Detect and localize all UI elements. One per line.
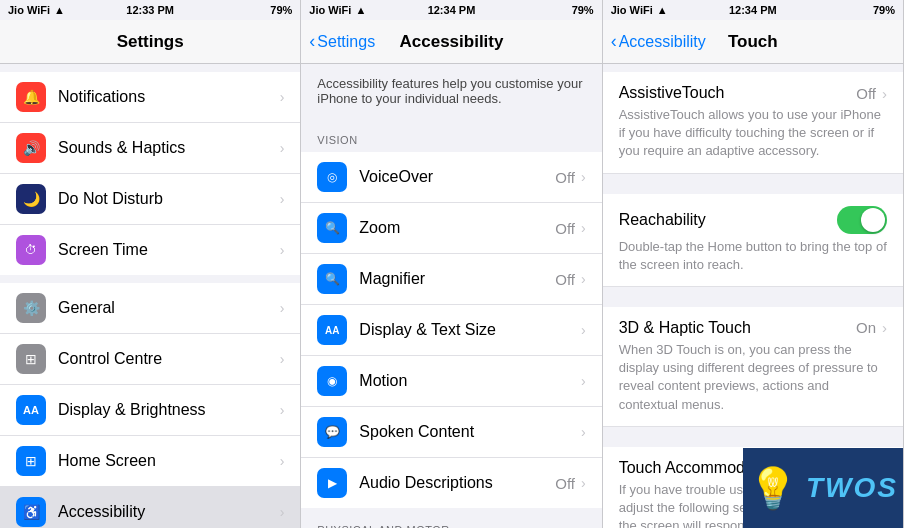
settings-item-notifications[interactable]: 🔔 Notifications › [0, 72, 300, 123]
carrier-2: Jio WiFi [309, 4, 351, 16]
accessibility-description: Accessibility features help you customis… [301, 64, 601, 118]
chevron-screentime: › [280, 242, 285, 258]
settings-panel: Jio WiFi ▲ 12:33 PM 79% Settings 🔔 Notif… [0, 0, 301, 528]
assistivetouch-item[interactable]: AssistiveTouch Off › AssistiveTouch allo… [603, 72, 903, 174]
time-2: 12:34 PM [428, 4, 476, 16]
chevron-donotdisturb: › [280, 191, 285, 207]
sounds-icon: 🔊 [16, 133, 46, 163]
assistivetouch-label: AssistiveTouch [619, 84, 725, 102]
accessibility-item-displaytext[interactable]: AA Display & Text Size › [301, 305, 601, 356]
accessibility-list: Accessibility features help you customis… [301, 64, 601, 528]
back-chevron-3: ‹ [611, 31, 617, 52]
sounds-label: Sounds & Haptics [58, 139, 280, 157]
settings-item-accessibility[interactable]: ♿ Accessibility › [0, 487, 300, 528]
motion-label: Motion [359, 372, 581, 390]
voiceover-value: Off [555, 169, 575, 186]
chevron-zoom: › [581, 220, 586, 236]
settings-item-general[interactable]: ⚙️ General › [0, 283, 300, 334]
carrier-1: Jio WiFi [8, 4, 50, 16]
settings-item-display[interactable]: AA Display & Brightness › [0, 385, 300, 436]
3dhaptic-chevron: › [882, 319, 887, 336]
back-button-3[interactable]: ‹ Accessibility [611, 31, 706, 52]
battery-1: 79% [270, 4, 292, 16]
accessibility-item-audiodesc[interactable]: ▶ Audio Descriptions Off › [301, 458, 601, 508]
reachability-knob [861, 208, 885, 232]
spoken-label: Spoken Content [359, 423, 581, 441]
chevron-spoken: › [581, 424, 586, 440]
nav-title-1: Settings [117, 32, 184, 52]
donotdisturb-icon: 🌙 [16, 184, 46, 214]
assistivetouch-desc: AssistiveTouch allows you to use your iP… [619, 106, 887, 161]
time-1: 12:33 PM [126, 4, 174, 16]
status-left-1: Jio WiFi ▲ [8, 4, 65, 16]
3dhaptic-item[interactable]: 3D & Haptic Touch On › When 3D Touch is … [603, 307, 903, 427]
status-bar-2: Jio WiFi ▲ 12:34 PM 79% [301, 0, 601, 20]
physical-header: PHYSICAL AND MOTOR [301, 508, 601, 528]
notifications-icon: 🔔 [16, 82, 46, 112]
chevron-displaytext: › [581, 322, 586, 338]
settings-item-controlcentre[interactable]: ⊞ Control Centre › [0, 334, 300, 385]
3dhaptic-group: 3D & Haptic Touch On › When 3D Touch is … [603, 307, 903, 427]
nav-bar-3: ‹ Accessibility Touch [603, 20, 903, 64]
nav-bar-1: Settings [0, 20, 300, 64]
settings-item-donotdisturb[interactable]: 🌙 Do Not Disturb › [0, 174, 300, 225]
3dhaptic-desc: When 3D Touch is on, you can press the d… [619, 341, 887, 414]
touch-panel: Jio WiFi ▲ 12:34 PM 79% ‹ Accessibility … [603, 0, 904, 528]
chevron-accessibility: › [280, 504, 285, 520]
chevron-audiodesc: › [581, 475, 586, 491]
settings-item-screentime[interactable]: ⏱ Screen Time › [0, 225, 300, 275]
3dhaptic-value: On [856, 319, 876, 336]
back-button-2[interactable]: ‹ Settings [309, 31, 375, 52]
vision-header: VISION [301, 118, 601, 152]
reachability-item: Reachability Double-tap the Home button … [603, 194, 903, 287]
status-right-3: 79% [873, 4, 895, 16]
zoom-value: Off [555, 220, 575, 237]
nav-title-3: Touch [728, 32, 778, 52]
audiodesc-value: Off [555, 475, 575, 492]
settings-item-sounds[interactable]: 🔊 Sounds & Haptics › [0, 123, 300, 174]
donotdisturb-label: Do Not Disturb [58, 190, 280, 208]
voiceover-label: VoiceOver [359, 168, 555, 186]
carrier-3: Jio WiFi [611, 4, 653, 16]
3dhaptic-value-wrap: On › [856, 319, 887, 336]
displaytext-label: Display & Text Size [359, 321, 581, 339]
wifi-icon-1: ▲ [54, 4, 65, 16]
magnifier-value: Off [555, 271, 575, 288]
reachability-group: Reachability Double-tap the Home button … [603, 194, 903, 287]
3dhaptic-label: 3D & Haptic Touch [619, 319, 751, 337]
controlcentre-icon: ⊞ [16, 344, 46, 374]
motion-icon: ◉ [317, 366, 347, 396]
magnifier-icon: 🔍 [317, 264, 347, 294]
reachability-toggle[interactable] [837, 206, 887, 234]
status-bar-3: Jio WiFi ▲ 12:34 PM 79% [603, 0, 903, 20]
homescreen-label: Home Screen [58, 452, 280, 470]
zoom-label: Zoom [359, 219, 555, 237]
controlcentre-label: Control Centre [58, 350, 280, 368]
audiodesc-label: Audio Descriptions [359, 474, 555, 492]
status-right-1: 79% [270, 4, 292, 16]
chevron-controlcentre: › [280, 351, 285, 367]
watermark-text: TWOS [806, 472, 898, 504]
wifi-icon-2: ▲ [355, 4, 366, 16]
status-bar-1: Jio WiFi ▲ 12:33 PM 79% [0, 0, 300, 20]
settings-item-homescreen[interactable]: ⊞ Home Screen › [0, 436, 300, 487]
back-chevron-2: ‹ [309, 31, 315, 52]
zoom-icon: 🔍 [317, 213, 347, 243]
chevron-notifications: › [280, 89, 285, 105]
settings-list: 🔔 Notifications › 🔊 Sounds & Haptics › 🌙… [0, 64, 300, 528]
screentime-icon: ⏱ [16, 235, 46, 265]
display-icon: AA [16, 395, 46, 425]
chevron-voiceover: › [581, 169, 586, 185]
accessibility-item-spoken[interactable]: 💬 Spoken Content › [301, 407, 601, 458]
accessibility-item-voiceover[interactable]: ◎ VoiceOver Off › [301, 152, 601, 203]
accessibility-item-magnifier[interactable]: 🔍 Magnifier Off › [301, 254, 601, 305]
displaytext-icon: AA [317, 315, 347, 345]
general-icon: ⚙️ [16, 293, 46, 323]
reachability-desc: Double-tap the Home button to bring the … [619, 238, 887, 274]
back-label-3: Accessibility [619, 33, 706, 51]
chevron-general: › [280, 300, 285, 316]
time-3: 12:34 PM [729, 4, 777, 16]
accessibility-item-motion[interactable]: ◉ Motion › [301, 356, 601, 407]
accessibility-item-zoom[interactable]: 🔍 Zoom Off › [301, 203, 601, 254]
nav-title-2: Accessibility [400, 32, 504, 52]
